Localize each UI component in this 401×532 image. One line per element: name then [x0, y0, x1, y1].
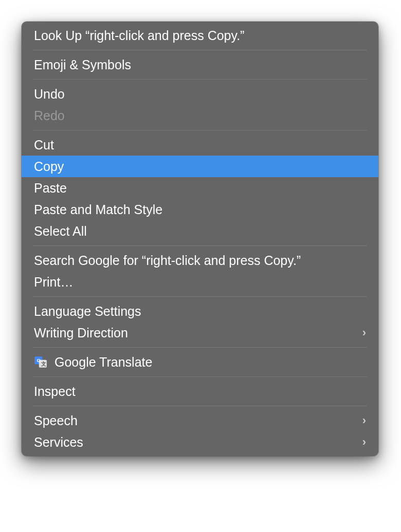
- menu-item-label: Services: [34, 435, 362, 450]
- menu-divider: [33, 79, 367, 80]
- menu-item-label: Writing Direction: [34, 326, 362, 340]
- menu-item-label: Language Settings: [34, 304, 366, 319]
- menu-item-paste-match-style[interactable]: Paste and Match Style: [22, 199, 378, 220]
- menu-item-label: Undo: [34, 87, 366, 102]
- menu-item-select-all[interactable]: Select All: [22, 220, 378, 242]
- menu-item-writing-direction[interactable]: Writing Direction ›: [22, 322, 378, 344]
- chevron-right-icon: ›: [362, 326, 366, 339]
- menu-item-services[interactable]: Services ›: [22, 431, 378, 453]
- menu-item-redo: Redo: [22, 105, 378, 126]
- menu-item-paste[interactable]: Paste: [22, 177, 378, 199]
- menu-divider: [33, 245, 367, 246]
- menu-item-label: Print…: [34, 275, 366, 290]
- menu-divider: [33, 130, 367, 130]
- menu-item-emoji[interactable]: Emoji & Symbols: [22, 54, 378, 75]
- menu-item-lookup[interactable]: Look Up “right-click and press Copy.”: [22, 25, 378, 46]
- menu-item-google-translate[interactable]: G 文 Google Translate: [22, 351, 378, 373]
- menu-divider: [33, 347, 367, 348]
- menu-divider: [33, 406, 367, 406]
- chevron-right-icon: ›: [362, 414, 366, 427]
- menu-item-undo[interactable]: Undo: [22, 83, 378, 105]
- menu-item-label: Cut: [34, 138, 366, 153]
- menu-divider: [33, 296, 367, 297]
- menu-item-label: Search Google for “right-click and press…: [34, 253, 366, 268]
- menu-item-print[interactable]: Print…: [22, 271, 378, 293]
- context-menu: Look Up “right-click and press Copy.” Em…: [22, 22, 378, 456]
- menu-divider: [33, 50, 367, 50]
- menu-item-label: Inspect: [34, 384, 366, 399]
- menu-item-label: Speech: [34, 413, 362, 428]
- svg-text:G: G: [37, 357, 41, 363]
- menu-item-search-google[interactable]: Search Google for “right-click and press…: [22, 250, 378, 271]
- chevron-right-icon: ›: [362, 435, 366, 449]
- menu-item-label: Emoji & Symbols: [34, 58, 366, 72]
- menu-item-copy[interactable]: Copy: [22, 156, 378, 177]
- menu-item-speech[interactable]: Speech ›: [22, 410, 378, 431]
- menu-item-label: Copy: [34, 159, 366, 174]
- menu-item-inspect[interactable]: Inspect: [22, 381, 378, 402]
- svg-text:文: 文: [41, 361, 46, 367]
- menu-item-label: Redo: [34, 108, 366, 123]
- menu-item-label: Look Up “right-click and press Copy.”: [34, 28, 366, 43]
- menu-item-label: Select All: [34, 224, 366, 239]
- menu-item-label: Paste: [34, 181, 366, 196]
- menu-item-cut[interactable]: Cut: [22, 134, 378, 156]
- google-translate-icon: G 文: [34, 355, 47, 369]
- menu-item-label: Google Translate: [54, 355, 366, 370]
- menu-divider: [33, 376, 367, 377]
- menu-item-language-settings[interactable]: Language Settings: [22, 300, 378, 322]
- menu-item-label: Paste and Match Style: [34, 202, 366, 217]
